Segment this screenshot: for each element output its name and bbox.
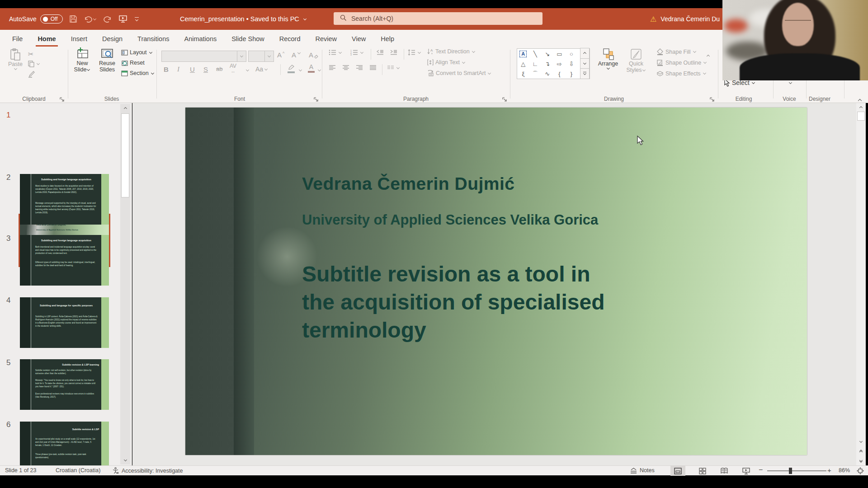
text-direction-button[interactable]: A Text Direction <box>427 48 476 55</box>
thumbnail-scrollbar[interactable] <box>120 104 130 465</box>
shape-down-arrow[interactable]: ⇩ <box>569 61 574 67</box>
slide-sorter-view-button[interactable] <box>696 466 709 476</box>
thumbnail-scroll-up-button[interactable] <box>120 104 130 113</box>
slide-scrollbar[interactable] <box>856 103 866 465</box>
underline-button[interactable]: U <box>190 66 195 73</box>
shape-outline-button[interactable]: Shape Outline <box>656 59 707 66</box>
shape-left-brace[interactable]: { <box>558 71 560 77</box>
tab-help[interactable]: Help <box>381 35 394 42</box>
thumbnail-slide-6[interactable]: Subtitle revision & LSP An experimental … <box>20 422 109 465</box>
arrange-button[interactable]: Arrange <box>596 48 620 70</box>
shape-triangle[interactable]: △ <box>521 61 525 67</box>
decrease-font-size-button[interactable]: A <box>292 51 301 59</box>
bold-button[interactable]: B <box>164 66 169 73</box>
copy-button[interactable] <box>28 61 40 67</box>
quick-styles-button[interactable]: Quick Styles <box>624 48 648 73</box>
slide-scroll-down-button[interactable] <box>856 437 866 446</box>
zoom-out-button[interactable]: − <box>759 466 763 474</box>
gallery-scroll-down-button[interactable] <box>580 58 590 69</box>
tab-review[interactable]: Review <box>316 35 337 42</box>
thumbnail-slide-5[interactable]: Subtitle revision & LSP learning Subtitl… <box>20 359 109 410</box>
shape-arc[interactable]: ⌒ <box>532 71 538 77</box>
font-size-combo[interactable] <box>248 51 274 62</box>
slide-indicator[interactable]: Slide 1 of 23 <box>5 467 37 474</box>
zoom-slider-thumb[interactable] <box>789 468 792 474</box>
paste-button[interactable]: Paste <box>5 48 25 70</box>
next-slide-button[interactable] <box>856 456 866 465</box>
customize-toolbar-chevron-icon[interactable] <box>135 17 139 21</box>
shape-line-arrow[interactable]: ↘ <box>545 51 550 57</box>
fit-slide-to-window-button[interactable] <box>854 466 866 476</box>
italic-button[interactable]: I <box>177 66 179 73</box>
slide-canvas[interactable]: Vedrana Čemerin Dujmić University of App… <box>185 108 807 455</box>
slide-scroll-up-button[interactable] <box>856 103 866 112</box>
thumbnail-scrollbar-thumb[interactable] <box>121 113 129 197</box>
line-spacing-button[interactable] <box>408 49 421 56</box>
tab-view[interactable]: View <box>352 35 366 42</box>
shape-scribble[interactable]: ξ <box>522 71 524 77</box>
new-slide-button[interactable]: New Slide <box>71 47 93 73</box>
align-right-button[interactable] <box>356 65 363 71</box>
reset-button[interactable]: Reset <box>121 60 145 66</box>
shape-fill-button[interactable]: Shape Fill <box>656 48 697 55</box>
thumbnail-slide-4[interactable]: Subtitling and language for specific pur… <box>20 297 109 348</box>
increase-indent-button[interactable] <box>390 49 398 56</box>
slide-affiliation-text[interactable]: University of Applied Sciences Velika Go… <box>302 212 598 228</box>
redo-icon[interactable] <box>103 15 112 23</box>
layout-button[interactable]: Layout <box>121 49 153 56</box>
numbering-button[interactable]: 123 <box>350 49 364 56</box>
document-title[interactable]: Cemerin_presentation • Saved to this PC <box>180 15 299 23</box>
collapse-ribbon-button[interactable] <box>858 99 862 103</box>
shape-right-arrow[interactable]: ⇨ <box>557 61 562 67</box>
reading-view-button[interactable] <box>718 466 731 476</box>
tab-animations[interactable]: Animations <box>184 35 217 42</box>
slideshow-view-button[interactable] <box>740 466 752 476</box>
text-shadow-button[interactable]: S <box>203 66 208 73</box>
shape-line[interactable]: ╲ <box>533 51 537 57</box>
format-painter-button[interactable] <box>28 71 35 78</box>
zoom-level[interactable]: 86% <box>839 467 850 474</box>
search-input[interactable]: Search (Alt+Q) <box>334 12 542 25</box>
increase-font-size-button[interactable]: A^ <box>277 51 284 59</box>
zoom-slider-track[interactable] <box>767 470 826 471</box>
tab-file[interactable]: File <box>12 35 23 42</box>
slide-title-text[interactable]: Subtitle revision as a tool in the acqui… <box>302 260 700 344</box>
highlight-color-button[interactable] <box>288 65 295 73</box>
change-case-button[interactable]: Aa <box>255 66 268 73</box>
gallery-more-button[interactable] <box>580 68 590 79</box>
editing-scroll-up-icon[interactable] <box>707 55 710 58</box>
gallery-scroll-up-button[interactable] <box>580 48 590 59</box>
strikethrough-button[interactable]: ab <box>216 66 222 72</box>
font-name-combo[interactable] <box>161 51 246 62</box>
shape-elbow-arrow-connector[interactable]: ↴ <box>545 61 550 67</box>
autosave-toggle[interactable]: Off <box>40 14 63 23</box>
thumbnail-slide-3[interactable]: Subtitling and foreign language acquisit… <box>20 235 109 286</box>
reuse-slides-button[interactable]: Reuse Slides <box>96 47 118 73</box>
shape-oval[interactable]: ○ <box>570 51 573 57</box>
align-left-button[interactable] <box>329 65 336 71</box>
language-indicator[interactable]: Croatian (Croatia) <box>56 467 100 474</box>
tab-design[interactable]: Design <box>102 35 123 42</box>
tab-home[interactable]: Home <box>38 35 56 42</box>
align-text-button[interactable]: Align Text <box>427 59 466 66</box>
convert-to-smartart-button[interactable]: Convert to SmartArt <box>427 70 491 76</box>
section-button[interactable]: Section <box>121 70 155 76</box>
shape-curve[interactable]: ∿ <box>545 71 550 77</box>
align-center-button[interactable] <box>342 65 349 71</box>
bullets-button[interactable] <box>329 49 342 56</box>
accessibility-checker[interactable]: Accessibility: Investigate <box>112 467 183 474</box>
tab-insert[interactable]: Insert <box>71 35 87 42</box>
notes-button[interactable]: Notes <box>630 467 655 474</box>
font-color-button[interactable]: A <box>308 64 315 73</box>
undo-icon[interactable] <box>84 15 97 23</box>
normal-view-button[interactable] <box>670 466 685 476</box>
tab-transitions[interactable]: Transitions <box>137 35 169 42</box>
slide-scrollbar-thumb[interactable] <box>857 112 865 121</box>
shape-elbow-connector[interactable]: ∟ <box>533 61 538 67</box>
start-slideshow-icon[interactable] <box>118 15 127 23</box>
thumbnail-scroll-down-button[interactable] <box>120 456 130 465</box>
zoom-in-button[interactable]: + <box>827 466 831 474</box>
shape-right-brace[interactable]: } <box>571 71 572 77</box>
cut-button[interactable]: ✂ <box>28 50 34 58</box>
slide-author-text[interactable]: Vedrana Čemerin Dujmić <box>302 174 515 194</box>
